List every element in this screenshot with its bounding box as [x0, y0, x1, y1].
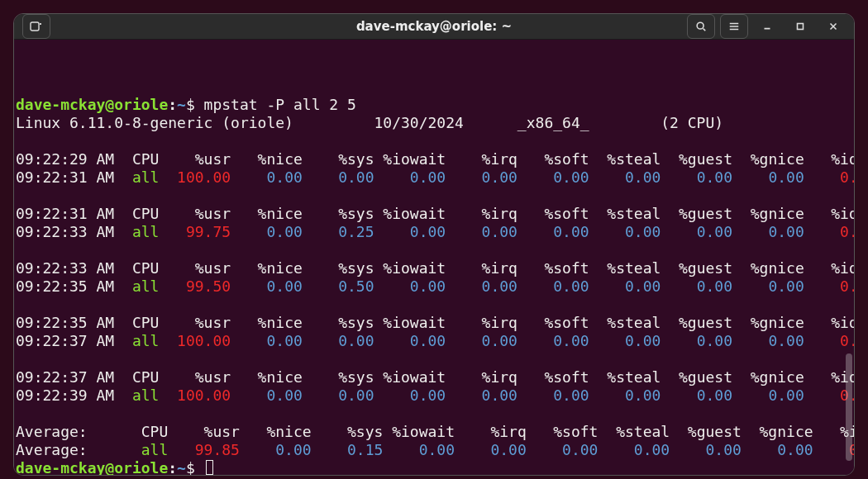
close-button[interactable] — [819, 14, 847, 39]
sample-time: 09:22:39 AM — [16, 387, 114, 404]
prompt-path: ~ — [177, 96, 186, 113]
sample-time: 09:22:35 AM — [16, 314, 114, 331]
terminal-line: 09:22:33 AM all 99.75 0.00 0.25 0.00 0.0… — [16, 223, 852, 241]
new-tab-icon — [30, 20, 43, 33]
maximize-icon — [794, 21, 806, 32]
terminal-window: dave-mckay@oriole: ~ dave-mckay@oriole:~… — [13, 13, 855, 476]
terminal-line: dave-mckay@oriole:~$ mpstat -P all 2 5 — [16, 96, 852, 114]
terminal-line — [16, 296, 852, 314]
terminal-line: 09:22:37 AM CPU %usr %nice %sys %iowait … — [16, 368, 852, 387]
terminal-line — [16, 132, 852, 150]
svg-rect-2 — [798, 24, 804, 30]
sample-time: 09:22:37 AM — [16, 332, 114, 349]
new-tab-button[interactable] — [22, 14, 50, 39]
sample-time: 09:22:37 AM — [16, 368, 114, 386]
terminal-line — [16, 405, 852, 423]
sample-time: Average: — [16, 441, 123, 458]
terminal-line: 09:22:39 AM all 100.00 0.00 0.00 0.00 0.… — [16, 387, 852, 405]
terminal-line: Average: all 99.85 0.00 0.15 0.00 0.00 0… — [16, 441, 852, 459]
sample-time: 09:22:33 AM — [16, 259, 114, 277]
command-text: mpstat -P all 2 5 — [204, 96, 356, 113]
cursor — [206, 460, 213, 475]
sample-time: 09:22:29 AM — [16, 150, 114, 168]
prompt-colon: : — [168, 96, 177, 113]
maximize-button[interactable] — [786, 14, 814, 39]
titlebar: dave-mckay@oriole: ~ — [14, 14, 854, 40]
terminal-line: Linux 6.11.0-8-generic (oriole) 10/30/20… — [16, 114, 852, 132]
hamburger-icon — [728, 21, 740, 32]
prompt-symbol: $ — [186, 96, 204, 113]
prompt-user: dave-mckay@oriole — [16, 459, 168, 476]
terminal-line — [16, 350, 852, 368]
sample-time: 09:22:31 AM — [16, 205, 114, 222]
sample-time: Average: — [16, 423, 123, 440]
sample-time: 09:22:31 AM — [16, 168, 114, 186]
terminal-line: 09:22:35 AM all 99.50 0.00 0.50 0.00 0.0… — [16, 277, 852, 296]
minimize-icon — [761, 21, 773, 32]
terminal-line: Average: CPU %usr %nice %sys %iowait %ir… — [16, 423, 852, 441]
search-button[interactable] — [687, 14, 715, 39]
terminal-line — [16, 187, 852, 205]
menu-button[interactable] — [720, 14, 748, 39]
terminal-line: 09:22:37 AM all 100.00 0.00 0.00 0.00 0.… — [16, 332, 852, 350]
terminal-line: 09:22:29 AM CPU %usr %nice %sys %iowait … — [16, 150, 852, 168]
terminal-line: 09:22:33 AM CPU %usr %nice %sys %iowait … — [16, 259, 852, 277]
sample-time: 09:22:35 AM — [16, 277, 114, 295]
terminal-line — [16, 241, 852, 259]
terminal-content[interactable]: dave-mckay@oriole:~$ mpstat -P all 2 5Li… — [14, 40, 854, 476]
terminal-line: 09:22:35 AM CPU %usr %nice %sys %iowait … — [16, 314, 852, 332]
prompt-user: dave-mckay@oriole — [16, 96, 168, 113]
svg-point-1 — [697, 22, 703, 29]
svg-rect-0 — [31, 22, 39, 31]
minimize-button[interactable] — [753, 14, 781, 39]
system-info: Linux 6.11.0-8-generic (oriole) 10/30/20… — [16, 114, 723, 131]
terminal-line: 09:22:31 AM all 100.00 0.00 0.00 0.00 0.… — [16, 168, 852, 187]
close-icon — [827, 21, 839, 32]
sample-time: 09:22:33 AM — [16, 223, 114, 240]
search-icon — [695, 21, 707, 32]
terminal-line: dave-mckay@oriole:~$ — [16, 459, 852, 476]
terminal-line: 09:22:31 AM CPU %usr %nice %sys %iowait … — [16, 205, 852, 223]
scrollbar-thumb[interactable] — [846, 353, 852, 461]
